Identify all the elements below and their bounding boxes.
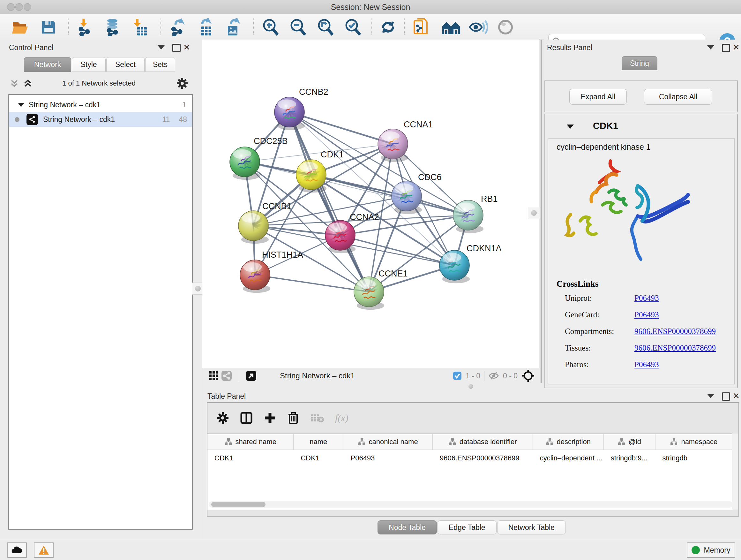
column-header-shared-name[interactable]: shared name <box>207 434 293 449</box>
results-panel-menu-icon[interactable] <box>707 45 714 50</box>
network-graph[interactable]: CCNB2CCNA1CDC25BCDK1CDC6RB1CCNB1CCNA2CDK… <box>202 40 539 368</box>
crosslink-value-link[interactable]: 9606.ENSP00000378699 <box>634 344 716 353</box>
node-gloss-highlight <box>357 279 376 289</box>
table-header-row: shared namenamecanonical namedatabase id… <box>207 434 733 450</box>
expand-all-icon[interactable] <box>23 78 32 89</box>
import-network-button[interactable] <box>74 18 97 37</box>
table-cell[interactable]: 9606.ENSP00000378699 <box>433 450 533 466</box>
network-options-gear-icon[interactable] <box>176 77 188 91</box>
right-splitter-grabber[interactable] <box>528 207 540 219</box>
import-table-button[interactable] <box>129 18 152 37</box>
export-network-button[interactable] <box>166 18 190 37</box>
refresh-button[interactable] <box>377 18 400 37</box>
tab-select[interactable]: Select <box>106 57 145 72</box>
string-protein-query-button[interactable] <box>410 18 433 37</box>
tab-string[interactable]: String <box>622 56 657 70</box>
open-file-button[interactable] <box>9 18 32 37</box>
zoom-selected-button[interactable] <box>341 18 364 37</box>
control-panel-float-icon[interactable] <box>172 44 181 52</box>
export-table-button[interactable] <box>194 18 217 37</box>
table-cell[interactable]: stringdb <box>656 450 733 466</box>
table-panel-menu-icon[interactable] <box>707 394 714 398</box>
column-header-description[interactable]: description <box>533 434 604 449</box>
tab-node-table[interactable]: Node Table <box>378 520 437 535</box>
zoom-in-button[interactable] <box>259 18 282 37</box>
network-node-ccnb2[interactable]: CCNB2 <box>274 87 328 130</box>
tree-expander-icon[interactable] <box>18 103 24 107</box>
warning-status-button[interactable] <box>34 543 54 558</box>
tab-network[interactable]: Network <box>24 57 71 72</box>
table-cell[interactable]: stringdb:9... <box>604 450 656 466</box>
save-session-button[interactable] <box>37 18 60 37</box>
table-horizontal-scrollbar[interactable] <box>209 501 733 508</box>
column-header-label: canonical name <box>369 438 418 446</box>
collapse-all-button[interactable]: Collapse All <box>644 89 712 105</box>
crosslink-value-link[interactable]: P06493 <box>634 294 659 303</box>
network-node-ccnb1[interactable]: CCNB1 <box>239 201 292 244</box>
string-home-button[interactable] <box>440 18 463 37</box>
cloud-status-button[interactable] <box>7 543 27 558</box>
node-table[interactable]: shared namenamecanonical namedatabase id… <box>207 434 733 510</box>
network-collection-row[interactable]: String Network – cdk1 1 <box>9 98 192 112</box>
column-header-database-identifier[interactable]: database identifier <box>433 434 533 449</box>
add-column-icon[interactable] <box>264 412 276 424</box>
network-node-cdkn1a[interactable]: CDKN1A <box>440 244 502 283</box>
grayscale-orb-button[interactable] <box>494 18 517 37</box>
network-node-ccna1[interactable]: CCNA1 <box>378 120 433 162</box>
network-edge[interactable] <box>311 175 468 215</box>
network-row[interactable]: String Network – cdk1 11 48 <box>9 112 192 127</box>
column-header-namespace[interactable]: namespace <box>656 434 733 449</box>
table-panel-close-icon[interactable]: ✕ <box>733 393 740 399</box>
tab-sets[interactable]: Sets <box>145 57 175 72</box>
network-canvas[interactable]: CCNB2CCNA1CDC25BCDK1CDC6RB1CCNB1CCNA2CDK… <box>202 40 539 368</box>
network-edge[interactable] <box>289 112 369 292</box>
network-edge[interactable] <box>255 275 369 292</box>
network-node-cdk1[interactable]: CDK1 <box>296 150 344 192</box>
network-node-rb1[interactable]: RB1 <box>453 194 498 233</box>
network-edge[interactable] <box>289 112 393 144</box>
table-cell[interactable]: cyclin–dependent ... <box>533 450 604 466</box>
column-header--id[interactable]: @id <box>604 434 655 449</box>
crosslink-value-link[interactable]: 9606.ENSP00000378699 <box>634 327 716 336</box>
grid-view-button[interactable] <box>207 369 220 382</box>
table-vertical-scrollbar[interactable] <box>732 434 738 509</box>
zoom-fit-button[interactable] <box>314 18 337 37</box>
table-panel-float-icon[interactable] <box>722 392 730 401</box>
export-image-button[interactable] <box>221 18 245 37</box>
share-view-button[interactable] <box>220 369 233 382</box>
control-panel-close-icon[interactable]: ✕ <box>183 44 190 51</box>
column-header-name[interactable]: name <box>293 434 343 449</box>
network-node-cdc6[interactable]: CDC6 <box>392 172 442 214</box>
tab-edge-table[interactable]: Edge Table <box>437 520 496 535</box>
control-panel-menu-icon[interactable] <box>158 45 165 50</box>
table-row[interactable]: CDK1CDK1P064939606.ENSP00000378699cyclin… <box>207 450 733 466</box>
expand-all-button[interactable]: Expand All <box>569 89 627 105</box>
table-settings-gear-icon[interactable] <box>216 412 229 424</box>
birdseye-view-button[interactable] <box>245 369 258 382</box>
selected-checkbox-icon[interactable] <box>453 371 462 380</box>
memory-button[interactable]: Memory <box>687 543 735 558</box>
tab-style[interactable]: Style <box>72 57 106 72</box>
zoom-out-button[interactable] <box>286 18 310 37</box>
delete-column-trash-icon[interactable] <box>287 411 299 425</box>
table-cell[interactable]: CDK1 <box>207 450 293 466</box>
column-header-canonical-name[interactable]: canonical name <box>343 434 433 449</box>
horizontal-splitter-grabber[interactable] <box>468 384 473 389</box>
network-node-hist1h1a[interactable]: HIST1H1A <box>240 250 303 293</box>
enhanced-labels-button[interactable] <box>467 18 489 37</box>
gene-collapse-icon[interactable] <box>567 125 574 129</box>
crosslink-value-link[interactable]: P06493 <box>634 310 659 319</box>
collapse-all-icon[interactable] <box>10 78 19 89</box>
import-database-button[interactable] <box>102 18 125 37</box>
crosslink-value-link[interactable]: P06493 <box>634 360 659 369</box>
table-cell[interactable]: P06493 <box>344 450 433 466</box>
tab-network-table[interactable]: Network Table <box>497 520 566 535</box>
results-panel-float-icon[interactable] <box>722 44 730 52</box>
results-panel-close-icon[interactable]: ✕ <box>733 44 740 51</box>
hidden-eye-icon[interactable] <box>488 371 499 381</box>
node-gloss-highlight <box>381 132 400 141</box>
scrollbar-thumb[interactable] <box>211 502 266 507</box>
table-cell[interactable]: CDK1 <box>293 450 343 466</box>
fit-content-crosshair-icon[interactable] <box>522 369 535 382</box>
show-columns-icon[interactable] <box>240 412 253 424</box>
